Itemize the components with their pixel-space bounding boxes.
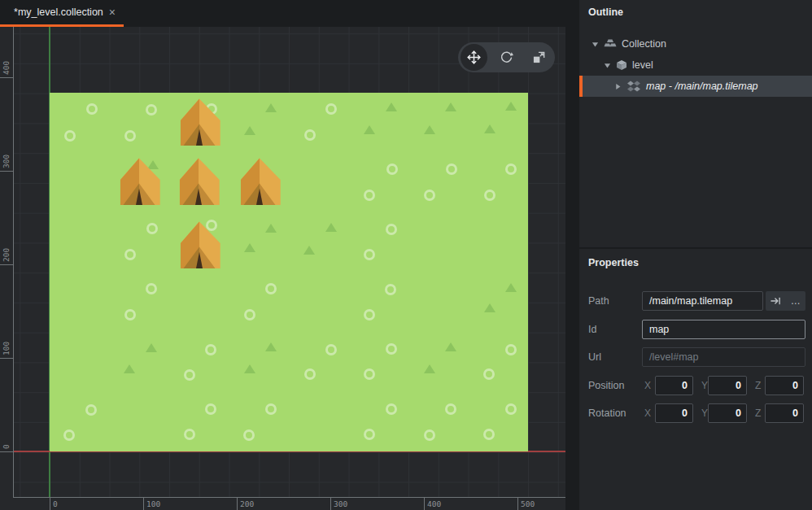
ring-decoration <box>386 343 397 355</box>
ruler-tick <box>0 264 13 265</box>
position-z-field[interactable]: 0 <box>765 376 804 395</box>
game-object-icon <box>616 59 627 71</box>
ruler-tick-label: 300 <box>334 499 347 508</box>
url-label: Url <box>588 347 601 367</box>
ruler-tick-label: 400 <box>427 499 441 508</box>
ring-decoration <box>265 403 277 415</box>
ring-decoration <box>364 309 375 320</box>
tree-label-map: map - /main/map.tilemap <box>646 81 758 92</box>
goto-arrow-icon <box>771 296 781 306</box>
tree-decoration <box>445 342 456 351</box>
properties-panel-title: Properties <box>588 257 639 268</box>
ring-decoration <box>265 283 277 294</box>
move-icon <box>467 50 481 64</box>
ring-decoration <box>424 190 435 201</box>
rotation-y-letter: Y <box>701 403 708 423</box>
ring-decoration <box>184 429 195 440</box>
ring-decoration <box>446 163 457 175</box>
ring-decoration <box>184 369 195 381</box>
rotate-icon <box>500 50 513 64</box>
position-y-letter: Y <box>701 376 708 395</box>
path-buttons: … <box>766 291 805 311</box>
rotate-tool-button[interactable] <box>493 44 520 71</box>
ring-decoration <box>325 344 337 355</box>
tab-my-level-collection[interactable]: *my_level.collection × <box>0 0 124 24</box>
tree-decoration <box>424 364 435 373</box>
position-label: Position <box>588 376 624 395</box>
tree-decoration <box>505 102 517 111</box>
ring-decoration <box>86 103 98 115</box>
panel-section-divider[interactable] <box>579 247 812 249</box>
tree-row-map[interactable]: map - /main/map.tilemap <box>579 76 812 97</box>
ring-decoration <box>205 344 216 355</box>
ring-decoration <box>304 129 316 141</box>
tree-decoration <box>505 283 517 292</box>
ring-decoration <box>385 284 396 295</box>
ruler-tick-label: 200 <box>2 226 11 262</box>
ring-decoration <box>424 429 435 441</box>
tree-decoration <box>484 124 495 133</box>
ring-decoration <box>364 190 375 201</box>
ring-decoration <box>483 368 495 380</box>
ring-decoration <box>243 429 255 441</box>
editor-tab-bar: *my_level.collection × <box>0 0 565 27</box>
id-label: Id <box>588 320 596 339</box>
tree-label-level: level <box>632 59 653 71</box>
position-y-field[interactable]: 0 <box>708 376 747 395</box>
editor-window: *my_level.collection × <box>0 0 812 510</box>
horizontal-ruler <box>0 497 565 510</box>
tree-decoration <box>424 125 435 134</box>
tree-decoration <box>244 364 255 373</box>
ring-decoration <box>146 223 158 234</box>
ruler-tick-label: 100 <box>2 320 11 355</box>
ruler-tick <box>50 497 50 510</box>
tent-tile <box>234 155 285 211</box>
tree-row-collection[interactable]: Collection <box>579 33 812 54</box>
tilemap-canvas <box>50 93 528 451</box>
ruler-tick-label: 500 <box>521 499 535 508</box>
rotation-z-field[interactable]: 0 <box>765 403 804 423</box>
position-x-field[interactable]: 0 <box>655 376 693 395</box>
scale-tool-button[interactable] <box>526 44 552 71</box>
ruler-tick <box>0 171 13 172</box>
ring-decoration <box>205 403 216 415</box>
scene-editor-viewport[interactable]: 01002003004000100200300400500 <box>0 27 565 510</box>
ring-decoration <box>364 249 375 260</box>
browse-button[interactable]: … <box>787 292 805 310</box>
rotation-x-field[interactable]: 0 <box>655 403 693 423</box>
open-resource-button[interactable] <box>766 292 784 310</box>
ring-decoration <box>505 344 517 355</box>
ring-decoration <box>505 403 517 415</box>
chevron-right-icon <box>614 83 622 90</box>
ring-decoration <box>124 130 136 142</box>
ring-decoration <box>386 163 398 175</box>
chevron-down-icon <box>592 41 599 48</box>
move-tool-button[interactable] <box>461 44 487 71</box>
ruler-tick <box>0 77 13 78</box>
tab-title: *my_level.collection <box>14 7 103 18</box>
scene-toolbar <box>458 42 555 72</box>
ruler-tick <box>330 497 331 510</box>
tab-close-icon[interactable]: × <box>109 7 116 18</box>
tree-decoration <box>146 343 157 352</box>
ring-decoration <box>244 309 255 320</box>
url-value: /level#map <box>649 351 698 363</box>
ring-decoration <box>64 130 76 142</box>
scale-icon <box>532 50 546 64</box>
path-field[interactable]: /main/map.tilemap <box>642 291 763 311</box>
tree-decoration <box>484 303 495 312</box>
tree-label-collection: Collection <box>622 38 666 50</box>
ruler-tick <box>517 497 518 510</box>
rotation-y-field[interactable]: 0 <box>708 403 747 423</box>
panel-resize-divider[interactable] <box>565 0 579 510</box>
url-field: /level#map <box>642 347 805 367</box>
rotation-label: Rotation <box>588 403 626 423</box>
ring-decoration <box>304 368 316 380</box>
tree-row-level[interactable]: level <box>579 54 812 76</box>
ring-decoration <box>484 190 495 201</box>
position-x-letter: X <box>644 376 651 395</box>
id-field[interactable]: map <box>642 320 805 339</box>
horizontal-ruler-line <box>13 497 565 498</box>
tree-decoration <box>445 102 456 111</box>
ring-decoration <box>124 249 136 260</box>
